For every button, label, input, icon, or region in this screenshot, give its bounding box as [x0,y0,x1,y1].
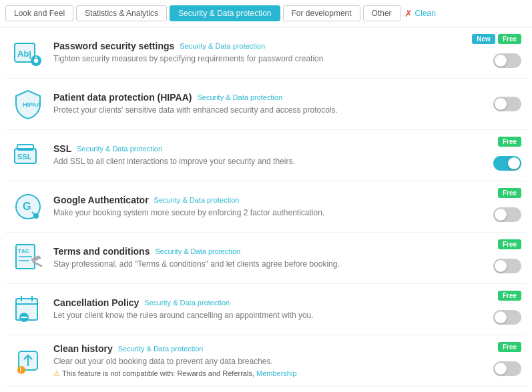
clean-label: Clean [415,9,436,18]
plugin-desc-password-security: Tighten security measures by specifying … [53,53,481,65]
plugin-info-google-auth: Google AuthenticatorSecurity & Data prot… [53,195,481,219]
toggle-google-auth[interactable] [493,207,521,222]
clean-icon: ✗ [405,8,413,19]
tab-stats[interactable]: Statistics & Analytics [76,5,167,21]
toggle-slider-password-security [493,53,521,68]
plugin-category-password-security: Security & Data protection [180,42,265,50]
plugin-name-password-security: Password security settings [53,41,174,51]
plugin-title-row-cancellation: Cancellation PolicySecurity & Data prote… [53,297,481,308]
plugin-info-terms: Terms and conditionsSecurity & Data prot… [53,246,481,270]
plugin-desc-google-auth: Make your booking system more secure by … [53,207,481,219]
toggle-slider-ssl [493,156,521,171]
plugin-info-hipaa: Patient data protection (HIPAA)Security … [53,92,481,116]
plugin-icon-google-auth: G [11,189,45,224]
plugin-icon-cancellation [11,292,45,327]
plugin-info-cancellation: Cancellation PolicySecurity & Data prote… [53,297,481,321]
toggle-slider-cancellation [493,310,521,325]
plugin-category-google-auth: Security & Data protection [154,196,240,204]
plugin-list: NewFree Ab| Password security settingsSe… [0,27,532,387]
tab-dev[interactable]: For development [283,5,360,21]
plugin-icon-clean-history: ! [11,343,45,378]
plugin-title-row-hipaa: Patient data protection (HIPAA)Security … [53,92,481,103]
badge-free-clean-history: Free [498,342,521,352]
plugin-info-ssl: SSLSecurity & Data protectionAdd SSL to … [53,143,481,167]
toggle-slider-google-auth [493,207,521,222]
plugin-category-terms: Security & Data protection [155,247,240,255]
tab-other[interactable]: Other [363,5,401,21]
clean-button[interactable]: ✗Clean [405,8,436,19]
badge-free-password-security: Free [498,34,521,44]
toggle-slider-terms [493,259,521,273]
toggle-password-security[interactable] [493,53,521,68]
badge-free-terms: Free [498,239,521,249]
svg-text:Ab|: Ab| [17,49,31,59]
warning-icon: ⚠ [53,369,60,377]
plugin-desc-clean-history: Clear out your old booking data to preve… [53,356,481,367]
badge-row-clean-history: Free [498,342,521,352]
badge-free-ssl: Free [498,137,521,147]
svg-text:HIPAA: HIPAA [23,101,41,108]
plugin-controls-hipaa [481,97,521,111]
plugin-item-ssl: Free SSL SSLSecurity & Data protectionAd… [5,130,527,181]
toggle-clean-history[interactable] [493,361,521,376]
plugin-title-row-terms: Terms and conditionsSecurity & Data prot… [53,246,481,257]
plugin-name-ssl: SSL [53,143,71,154]
plugin-category-clean-history: Security & Data protection [118,345,204,353]
toggle-slider-hipaa [493,97,521,111]
plugin-title-row-ssl: SSLSecurity & Data protection [53,143,481,154]
plugin-info-password-security: Password security settingsSecurity & Dat… [53,41,481,65]
plugin-item-cancellation: Free Cancellation PolicySecurity & Data … [5,284,527,335]
plugin-icon-terms: T&C [11,241,45,275]
plugin-name-google-auth: Google Authenticator [53,195,149,205]
plugin-name-cancellation: Cancellation Policy [53,297,139,308]
plugin-desc-ssl: Add SSL to all client interactions to im… [53,156,481,167]
toggle-cancellation[interactable] [493,310,521,325]
svg-text:SSL: SSL [17,153,32,161]
plugin-item-password-security: NewFree Ab| Password security settingsSe… [5,27,527,79]
plugin-desc-cancellation: Let your client know the rules around ca… [53,310,481,321]
plugin-warning-clean-history: ⚠This feature is not compatible with: Re… [53,369,481,378]
badge-row-password-security: NewFree [472,34,521,44]
badge-free-cancellation: Free [498,291,521,301]
main-container: Look and FeelStatistics & AnalyticsSecur… [0,0,532,392]
badge-row-google-auth: Free [498,188,521,198]
plugin-name-hipaa: Patient data protection (HIPAA) [53,92,192,103]
toggle-hipaa[interactable] [493,97,521,111]
badge-row-ssl: Free [498,137,521,147]
plugin-desc-terms: Stay professional, add "Terms & conditio… [53,259,481,270]
plugin-icon-hipaa: HIPAA [11,87,45,121]
membership-link[interactable]: Membership [256,369,297,377]
tab-look[interactable]: Look and Feel [5,5,73,21]
plugin-icon-password-security: Ab| [11,35,45,70]
plugin-category-cancellation: Security & Data protection [144,299,230,307]
svg-point-11 [33,213,39,219]
plugin-desc-hipaa: Protect your clients' sensitive data wit… [53,105,481,116]
plugin-category-hipaa: Security & Data protection [197,93,282,101]
plugin-item-hipaa: HIPAA Patient data protection (HIPAA)Sec… [5,79,527,130]
toggle-slider-clean-history [493,361,521,376]
plugin-name-terms: Terms and conditions [53,246,150,257]
badge-row-cancellation: Free [498,291,521,301]
plugin-icon-ssl: SSL [11,138,45,173]
svg-text:T&C: T&C [18,248,29,254]
toggle-terms[interactable] [493,259,521,273]
plugin-title-row-google-auth: Google AuthenticatorSecurity & Data prot… [53,195,481,205]
badge-row-terms: Free [498,239,521,249]
svg-text:G: G [23,201,31,212]
toggle-ssl[interactable] [493,156,521,171]
plugin-category-ssl: Security & Data protection [77,145,162,153]
plugin-info-clean-history: Clean historySecurity & Data protectionC… [53,343,481,378]
plugin-name-clean-history: Clean history [53,343,113,354]
plugin-title-row-clean-history: Clean historySecurity & Data protection [53,343,481,354]
plugin-item-google-auth: Free G Google AuthenticatorSecurity & Da… [5,181,527,233]
plugin-title-row-password-security: Password security settingsSecurity & Dat… [53,41,481,51]
badge-new-password-security: New [472,34,495,44]
svg-text:!: ! [19,367,21,374]
plugin-item-clean-history: Free ! Clean historySecurity & Data prot… [5,335,527,387]
nav-tabs: Look and FeelStatistics & AnalyticsSecur… [0,0,532,27]
badge-free-google-auth: Free [498,188,521,198]
svg-point-3 [33,58,39,63]
plugin-item-terms: Free T&C Terms and conditionsSecurity & … [5,233,527,284]
tab-security[interactable]: Security & Data protection [170,5,280,21]
